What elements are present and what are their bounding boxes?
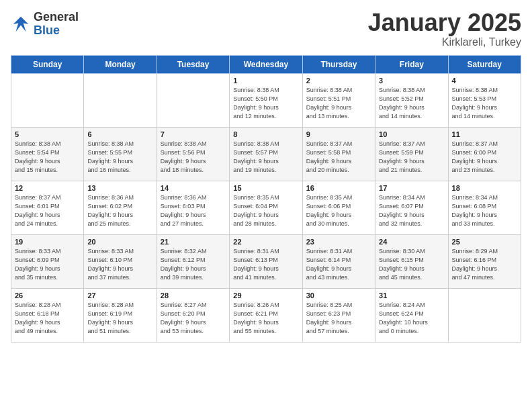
calendar-cell: 28Sunrise: 8:27 AM Sunset: 6:20 PM Dayli…	[157, 289, 229, 342]
logo-bird-icon	[11, 14, 31, 34]
cell-info: Sunrise: 8:35 AM Sunset: 6:04 PM Dayligh…	[233, 193, 298, 228]
calendar-cell: 22Sunrise: 8:31 AM Sunset: 6:13 PM Dayli…	[230, 235, 302, 289]
day-number: 4	[452, 77, 517, 85]
day-number: 8	[233, 130, 298, 138]
calendar-week-row: 5Sunrise: 8:38 AM Sunset: 5:54 PM Daylig…	[11, 128, 521, 181]
cell-info: Sunrise: 8:37 AM Sunset: 6:01 PM Dayligh…	[15, 193, 80, 228]
calendar-week-row: 12Sunrise: 8:37 AM Sunset: 6:01 PM Dayli…	[11, 181, 521, 235]
day-number: 30	[306, 291, 371, 300]
cell-info: Sunrise: 8:31 AM Sunset: 6:14 PM Dayligh…	[306, 247, 371, 282]
calendar-week-row: 19Sunrise: 8:33 AM Sunset: 6:09 PM Dayli…	[11, 235, 521, 289]
calendar-cell: 24Sunrise: 8:30 AM Sunset: 6:15 PM Dayli…	[375, 235, 448, 289]
day-number: 20	[87, 238, 152, 246]
calendar-cell: 20Sunrise: 8:33 AM Sunset: 6:10 PM Dayli…	[84, 235, 157, 289]
calendar-cell	[448, 289, 521, 342]
day-number: 21	[161, 238, 226, 246]
cell-info: Sunrise: 8:29 AM Sunset: 6:16 PM Dayligh…	[452, 247, 517, 282]
day-number: 25	[452, 238, 517, 246]
calendar-cell: 3Sunrise: 8:38 AM Sunset: 5:52 PM Daylig…	[375, 74, 448, 128]
logo-blue: Blue	[34, 24, 79, 38]
calendar-cell: 8Sunrise: 8:38 AM Sunset: 5:57 PM Daylig…	[230, 128, 302, 181]
calendar-table: SundayMondayTuesdayWednesdayThursdayFrid…	[11, 55, 521, 342]
month-title: January 2025	[368, 11, 521, 35]
weekday-header-row: SundayMondayTuesdayWednesdayThursdayFrid…	[11, 56, 521, 74]
cell-info: Sunrise: 8:25 AM Sunset: 6:23 PM Dayligh…	[306, 301, 371, 336]
weekday-header-tuesday: Tuesday	[157, 56, 229, 74]
cell-info: Sunrise: 8:34 AM Sunset: 6:08 PM Dayligh…	[452, 193, 517, 228]
calendar-cell: 2Sunrise: 8:38 AM Sunset: 5:51 PM Daylig…	[302, 74, 375, 128]
day-number: 22	[233, 238, 298, 246]
calendar-cell: 5Sunrise: 8:38 AM Sunset: 5:54 PM Daylig…	[11, 128, 84, 181]
calendar-cell: 25Sunrise: 8:29 AM Sunset: 6:16 PM Dayli…	[448, 235, 521, 289]
day-number: 23	[306, 238, 371, 246]
day-number: 28	[161, 291, 226, 300]
day-number: 15	[233, 184, 298, 192]
day-number: 3	[379, 77, 444, 85]
calendar-cell: 9Sunrise: 8:37 AM Sunset: 5:58 PM Daylig…	[302, 128, 375, 181]
svg-marker-0	[13, 17, 29, 32]
cell-info: Sunrise: 8:38 AM Sunset: 5:55 PM Dayligh…	[87, 140, 152, 175]
cell-info: Sunrise: 8:28 AM Sunset: 6:19 PM Dayligh…	[87, 301, 152, 336]
logo: General Blue	[11, 11, 79, 38]
day-number: 29	[233, 291, 298, 300]
day-number: 14	[161, 184, 226, 192]
day-number: 18	[452, 184, 517, 192]
cell-info: Sunrise: 8:38 AM Sunset: 5:57 PM Dayligh…	[233, 140, 298, 175]
day-number: 26	[15, 291, 80, 300]
cell-info: Sunrise: 8:37 AM Sunset: 5:58 PM Dayligh…	[306, 140, 371, 175]
day-number: 19	[15, 238, 80, 246]
weekday-header-friday: Friday	[375, 56, 448, 74]
cell-info: Sunrise: 8:37 AM Sunset: 5:59 PM Dayligh…	[379, 140, 444, 175]
day-number: 7	[161, 130, 226, 138]
calendar-cell: 14Sunrise: 8:36 AM Sunset: 6:03 PM Dayli…	[157, 181, 229, 235]
calendar-cell: 30Sunrise: 8:25 AM Sunset: 6:23 PM Dayli…	[302, 289, 375, 342]
calendar-cell: 12Sunrise: 8:37 AM Sunset: 6:01 PM Dayli…	[11, 181, 84, 235]
cell-info: Sunrise: 8:30 AM Sunset: 6:15 PM Dayligh…	[379, 247, 444, 282]
cell-info: Sunrise: 8:34 AM Sunset: 6:07 PM Dayligh…	[379, 193, 444, 228]
weekday-header-thursday: Thursday	[302, 56, 375, 74]
cell-info: Sunrise: 8:36 AM Sunset: 6:02 PM Dayligh…	[87, 193, 152, 228]
cell-info: Sunrise: 8:27 AM Sunset: 6:20 PM Dayligh…	[161, 301, 226, 336]
calendar-cell: 15Sunrise: 8:35 AM Sunset: 6:04 PM Dayli…	[230, 181, 302, 235]
calendar-cell: 4Sunrise: 8:38 AM Sunset: 5:53 PM Daylig…	[448, 74, 521, 128]
day-number: 17	[379, 184, 444, 192]
logo-text: General Blue	[34, 11, 79, 38]
calendar-cell: 1Sunrise: 8:38 AM Sunset: 5:50 PM Daylig…	[230, 74, 302, 128]
calendar-cell: 27Sunrise: 8:28 AM Sunset: 6:19 PM Dayli…	[84, 289, 157, 342]
cell-info: Sunrise: 8:35 AM Sunset: 6:06 PM Dayligh…	[306, 193, 371, 228]
day-number: 24	[379, 238, 444, 246]
cell-info: Sunrise: 8:38 AM Sunset: 5:54 PM Dayligh…	[15, 140, 80, 175]
calendar-cell: 21Sunrise: 8:32 AM Sunset: 6:12 PM Dayli…	[157, 235, 229, 289]
day-number: 13	[87, 184, 152, 192]
calendar-cell: 10Sunrise: 8:37 AM Sunset: 5:59 PM Dayli…	[375, 128, 448, 181]
calendar-cell: 11Sunrise: 8:37 AM Sunset: 6:00 PM Dayli…	[448, 128, 521, 181]
title-block: January 2025 Kirklareli, Turkey	[368, 11, 521, 48]
cell-info: Sunrise: 8:36 AM Sunset: 6:03 PM Dayligh…	[161, 193, 226, 228]
cell-info: Sunrise: 8:38 AM Sunset: 5:56 PM Dayligh…	[161, 140, 226, 175]
calendar-cell: 7Sunrise: 8:38 AM Sunset: 5:56 PM Daylig…	[157, 128, 229, 181]
calendar-cell	[11, 74, 84, 128]
calendar-cell: 16Sunrise: 8:35 AM Sunset: 6:06 PM Dayli…	[302, 181, 375, 235]
weekday-header-wednesday: Wednesday	[230, 56, 302, 74]
calendar-week-row: 1Sunrise: 8:38 AM Sunset: 5:50 PM Daylig…	[11, 74, 521, 128]
cell-info: Sunrise: 8:37 AM Sunset: 6:00 PM Dayligh…	[452, 140, 517, 175]
calendar-week-row: 26Sunrise: 8:28 AM Sunset: 6:18 PM Dayli…	[11, 289, 521, 342]
calendar-cell: 19Sunrise: 8:33 AM Sunset: 6:09 PM Dayli…	[11, 235, 84, 289]
weekday-header-sunday: Sunday	[11, 56, 84, 74]
calendar-cell: 23Sunrise: 8:31 AM Sunset: 6:14 PM Dayli…	[302, 235, 375, 289]
calendar-cell: 26Sunrise: 8:28 AM Sunset: 6:18 PM Dayli…	[11, 289, 84, 342]
cell-info: Sunrise: 8:24 AM Sunset: 6:24 PM Dayligh…	[379, 301, 444, 336]
day-number: 12	[15, 184, 80, 192]
day-number: 27	[87, 291, 152, 300]
day-number: 1	[233, 77, 298, 85]
calendar-cell: 31Sunrise: 8:24 AM Sunset: 6:24 PM Dayli…	[375, 289, 448, 342]
calendar-cell	[84, 74, 157, 128]
cell-info: Sunrise: 8:28 AM Sunset: 6:18 PM Dayligh…	[15, 301, 80, 336]
cell-info: Sunrise: 8:38 AM Sunset: 5:51 PM Dayligh…	[306, 86, 371, 121]
cell-info: Sunrise: 8:38 AM Sunset: 5:53 PM Dayligh…	[452, 86, 517, 121]
page-header: General Blue January 2025 Kirklareli, Tu…	[11, 11, 521, 48]
cell-info: Sunrise: 8:26 AM Sunset: 6:21 PM Dayligh…	[233, 301, 298, 336]
cell-info: Sunrise: 8:33 AM Sunset: 6:09 PM Dayligh…	[15, 247, 80, 282]
calendar-cell: 13Sunrise: 8:36 AM Sunset: 6:02 PM Dayli…	[84, 181, 157, 235]
cell-info: Sunrise: 8:32 AM Sunset: 6:12 PM Dayligh…	[161, 247, 226, 282]
